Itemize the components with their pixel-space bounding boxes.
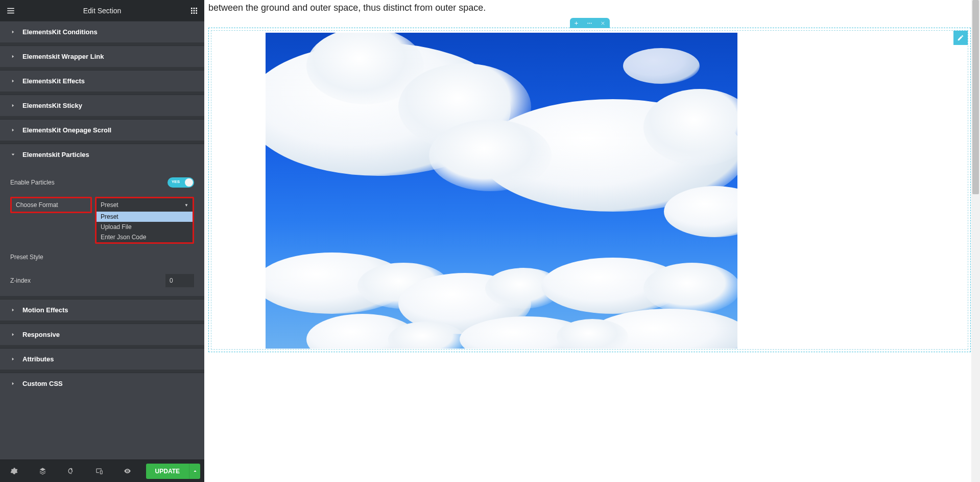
- update-options-button[interactable]: [189, 464, 200, 479]
- acc-attributes[interactable]: Attributes: [0, 349, 204, 370]
- edit-section-button[interactable]: [583, 18, 596, 28]
- label-choose-format: Choose Format: [10, 197, 92, 213]
- option-enter-json-code[interactable]: Enter Json Code: [97, 232, 193, 242]
- responsive-mode-icon[interactable]: [85, 460, 114, 483]
- acc-label: ElementsKit Conditions: [22, 28, 98, 36]
- acc-label: Attributes: [22, 355, 54, 363]
- label-enable-particles: Enable Particles: [10, 179, 55, 186]
- svg-rect-3: [191, 10, 193, 11]
- acc-elementskit-wrapper-link[interactable]: Elementskit Wrapper Link: [0, 46, 204, 67]
- svg-rect-1: [193, 8, 195, 9]
- acc-motion-effects[interactable]: Motion Effects: [0, 300, 204, 320]
- update-button[interactable]: UPDATE: [146, 464, 189, 479]
- svg-rect-6: [191, 12, 193, 14]
- widgets-grid-icon[interactable]: [183, 0, 204, 21]
- column-frame[interactable]: [211, 30, 968, 350]
- caret-right-icon: [10, 308, 15, 313]
- settings-icon[interactable]: [0, 460, 29, 483]
- svg-point-12: [589, 22, 590, 24]
- row-enable-particles: Enable Particles YES: [10, 171, 194, 194]
- acc-label: ElementsKit Onepage Scroll: [22, 126, 111, 134]
- acc-custom-css[interactable]: Custom CSS: [0, 373, 204, 394]
- edit-column-button[interactable]: [953, 31, 968, 45]
- caret-right-icon: [10, 381, 15, 386]
- acc-elementskit-particles[interactable]: Elementskit Particles: [0, 144, 204, 165]
- label-preset-style: Preset Style: [10, 254, 43, 261]
- panel-header: Edit Section: [0, 0, 204, 21]
- caret-right-icon: [10, 79, 15, 84]
- chevron-down-icon: ▼: [184, 203, 188, 208]
- row-z-index: Z-index: [10, 270, 194, 291]
- acc-elementskit-effects[interactable]: ElementsKit Effects: [0, 71, 204, 91]
- svg-rect-5: [196, 10, 197, 11]
- caret-down-icon: [10, 152, 15, 157]
- svg-point-11: [587, 22, 588, 24]
- label-text: Choose Format: [16, 201, 58, 209]
- history-icon[interactable]: [57, 460, 85, 483]
- acc-label: Custom CSS: [22, 380, 63, 387]
- select-choose-format-wrap: Preset ▼ Preset Upload File Enter Json C…: [95, 197, 194, 244]
- select-choose-format[interactable]: Preset ▼: [97, 198, 193, 212]
- select-choose-format-dropdown: Preset Upload File Enter Json Code: [97, 212, 193, 242]
- option-upload-file[interactable]: Upload File: [97, 222, 193, 232]
- panel-title: Edit Section: [21, 7, 183, 15]
- navigator-icon[interactable]: [29, 460, 57, 483]
- add-section-button[interactable]: [570, 18, 583, 28]
- toggle-on-text: YES: [172, 179, 180, 184]
- update-button-group: UPDATE: [146, 464, 200, 479]
- preview-icon[interactable]: [113, 460, 142, 483]
- canvas-scrollbar[interactable]: [971, 0, 980, 482]
- preview-canvas: between the ground and outer space, thus…: [204, 0, 980, 482]
- input-z-index[interactable]: [165, 274, 194, 287]
- toggle-enable-particles[interactable]: YES: [168, 177, 194, 188]
- toggle-knob: [185, 178, 193, 187]
- caret-right-icon: [10, 332, 15, 337]
- section-handles: [570, 18, 610, 28]
- caret-right-icon: [10, 357, 15, 362]
- hamburger-icon[interactable]: [0, 0, 21, 21]
- editor-panel: Edit Section ElementsKit Conditions Elem…: [0, 0, 204, 482]
- svg-rect-8: [196, 12, 197, 14]
- label-z-index: Z-index: [10, 277, 31, 284]
- sky-image: [266, 33, 737, 349]
- scrollbar-thumb[interactable]: [972, 0, 979, 194]
- row-choose-format: Choose Format Preset ▼ Preset Upload Fil…: [10, 197, 194, 244]
- acc-responsive[interactable]: Responsive: [0, 324, 204, 345]
- panel-footer: UPDATE: [0, 460, 204, 482]
- acc-elementskit-conditions[interactable]: ElementsKit Conditions: [0, 21, 204, 42]
- svg-rect-2: [196, 8, 197, 9]
- caret-right-icon: [10, 103, 15, 108]
- acc-label: ElementsKit Sticky: [22, 102, 82, 109]
- acc-elementskit-onepage-scroll[interactable]: ElementsKit Onepage Scroll: [0, 120, 204, 141]
- caret-right-icon: [10, 54, 15, 59]
- acc-label: ElementsKit Effects: [22, 77, 85, 85]
- acc-particles-body: Enable Particles YES Choose Format Prese…: [0, 165, 204, 291]
- svg-point-13: [591, 22, 592, 24]
- select-value: Preset: [101, 201, 118, 209]
- row-preset-style: Preset Style: [10, 247, 194, 267]
- delete-section-button[interactable]: [596, 18, 610, 28]
- svg-rect-0: [191, 8, 193, 9]
- caret-right-icon: [10, 30, 15, 35]
- option-preset[interactable]: Preset: [97, 212, 193, 222]
- section-frame[interactable]: [208, 28, 971, 352]
- caret-right-icon: [10, 128, 15, 133]
- acc-label: Responsive: [22, 331, 60, 338]
- svg-rect-4: [193, 10, 195, 11]
- page-paragraph: between the ground and outer space, thus…: [204, 0, 980, 15]
- acc-label: Elementskit Wrapper Link: [22, 53, 104, 60]
- acc-label: Elementskit Particles: [22, 151, 89, 158]
- acc-elementskit-sticky[interactable]: ElementsKit Sticky: [0, 95, 204, 116]
- panel-accordion: ElementsKit Conditions Elementskit Wrapp…: [0, 21, 204, 460]
- acc-label: Motion Effects: [22, 306, 68, 314]
- svg-rect-7: [193, 12, 195, 14]
